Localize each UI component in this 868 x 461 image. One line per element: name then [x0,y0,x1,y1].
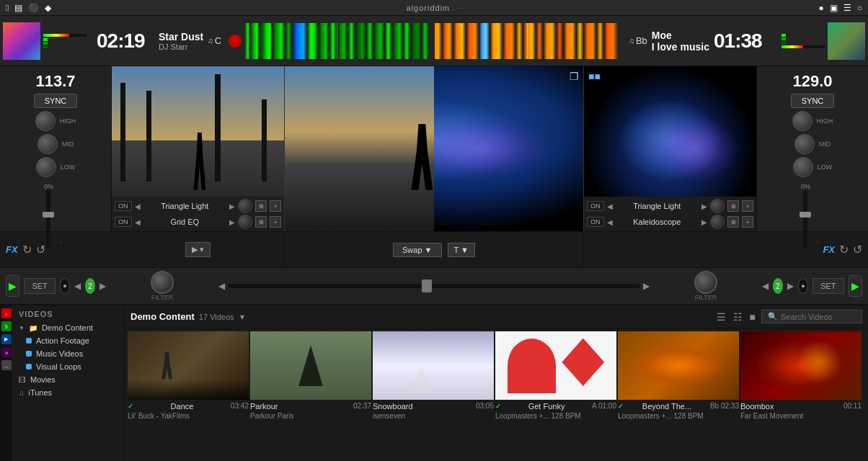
video-thumb-dance[interactable]: ✓ Dance 03:42 Lil' Buck - YakFilms [128,331,249,461]
search-input[interactable] [781,313,860,321]
prev-effect2-right[interactable]: ◀ [607,218,613,226]
cf-right-arrow[interactable]: ▶ [643,281,650,291]
app-icon-loops[interactable]: ⌾ [1,347,12,357]
video-thumb-parkour[interactable]: Parkour 02:37 Parkour Paris [250,331,371,461]
next-effect2-right[interactable]: ▶ [701,218,707,226]
sidebar-item-demo-content[interactable]: ▼ 📁 Demo Content [13,321,124,334]
monitor-icon[interactable]: ▤ [14,3,22,13]
set-btn-left[interactable]: SET [24,278,55,294]
snowboard-meta: Snowboard 03:05 [373,401,494,411]
sync-btn-left[interactable]: SYNC [34,94,77,108]
sidebar-item-action-footage[interactable]: Action Footage [13,334,124,347]
app-icon-more[interactable]: … [1,360,12,370]
view-detail-btn[interactable]: ☷ [732,311,744,323]
record-icon[interactable]: ● [818,3,823,13]
grid-icon-right[interactable]: ■■ [588,71,601,82]
waveform-right[interactable] [435,23,619,59]
crossfader[interactable] [228,284,640,288]
on-btn-effect1-left[interactable]: ON [115,201,132,211]
undo-btn-left[interactable]: ↺ [36,243,45,256]
sidebar-item-visual-loops[interactable]: Visual Loops [13,360,124,373]
next-btn-right[interactable]: ▶ [787,281,794,291]
headphone-icon[interactable]: ⚫ [28,3,39,13]
effect-row1-right: ON ◀ Triangle Light ▶ ⊞ + [587,198,753,214]
prev-btn-left[interactable]: ◀ [74,281,81,291]
video-right[interactable]: ■■ ON ◀ Triangle Light ▶ ⊞ + ON ◀ Kaleid… [583,66,756,231]
effect2-grid-left[interactable]: ⊞ [255,216,267,228]
content-title: Demo Content [130,311,195,322]
view-list-btn[interactable]: ☰ [715,311,727,323]
app-icon-music[interactable]: ♪ [1,308,12,318]
effect1-add-left[interactable]: + [270,200,281,212]
sync-btn-right[interactable]: SYNC [791,94,834,108]
knob-mid-right[interactable] [794,134,815,154]
fader-v-right[interactable] [803,190,807,248]
effect2-add-left[interactable]: + [270,216,281,228]
image-source-btn-left[interactable]: ▶ ▾ [185,242,211,257]
set-btn-right[interactable]: SET [812,278,843,294]
video-thumb-snowboard[interactable]: Snowboard 03:05 isenseven [373,331,494,461]
effect2-add-right[interactable]: + [742,216,753,228]
knob-low-right[interactable] [793,157,813,177]
loop-btn-left[interactable]: ↻ [22,243,32,256]
sidebar-item-music-videos[interactable]: Music Videos [13,347,124,360]
layout-icon[interactable]: ▣ [830,3,838,13]
knob-high-right[interactable] [792,111,812,131]
effect1-knob-right[interactable] [710,199,725,213]
next-effect1-right[interactable]: ▶ [701,202,707,210]
effect1-grid-left[interactable]: ⊞ [255,200,267,212]
video-thumb-funky[interactable]: ✓ Get Funky A 01:00 Loopmasters +... 128… [495,331,616,461]
t-button[interactable]: T ▼ [448,243,475,257]
effect1-knob-left[interactable] [238,199,252,213]
effect1-grid-right[interactable]: ⊞ [727,200,739,212]
prev-effect2-left[interactable]: ◀ [135,218,141,226]
effect1-add-right[interactable]: + [742,200,753,212]
fx-btn-left[interactable]: FX [6,244,18,255]
crossfader-thumb[interactable] [422,279,432,292]
next-effect2-left[interactable]: ▶ [229,218,235,226]
on-btn-effect2-right[interactable]: ON [587,217,604,227]
filter-knob-right[interactable] [694,271,717,294]
cf-left-arrow[interactable]: ◀ [218,281,225,291]
video-left[interactable]: ON ◀ Triangle Light ▶ ⊞ + ON ◀ Grid EQ ▶… [112,66,285,231]
thumb-img-beyond [618,331,739,400]
video-thumb-beyond[interactable]: ✓ Beyond The... Bb 02:33 Loopmasters +..… [618,331,739,461]
prev-btn-right[interactable]: ◀ [762,281,769,291]
undo-btn-right[interactable]: ↺ [853,243,862,256]
effect2-knob-left[interactable] [238,215,252,229]
on-btn-effect2-left[interactable]: ON [115,217,132,227]
mic-icon[interactable]: ◆ [45,3,51,13]
wifi-icon[interactable]: ○ [857,3,862,13]
sidebar-item-movies[interactable]: 🎞 Movies [13,373,124,386]
video-thumb-boombox[interactable]: Boombox 00:11 Far East Movement [740,331,862,461]
effect2-knob-right[interactable] [710,215,725,229]
video-center[interactable]: ❐ [285,66,583,231]
fader-v-left[interactable] [46,190,50,248]
fx-btn-right[interactable]: FX [823,244,835,255]
view-grid-btn[interactable]: ■ [748,311,757,323]
knob-low-left[interactable] [36,157,56,177]
next-effect1-left[interactable]: ▶ [229,202,235,210]
app-icon-video[interactable]: ▶ [1,334,12,344]
effect2-grid-right[interactable]: ⊞ [727,216,739,228]
app-icon-spotify[interactable]: S [1,321,12,331]
next-btn-left[interactable]: ▶ [99,281,106,291]
knob-mid-left[interactable] [37,134,58,154]
apple-icon[interactable]:  [6,3,9,13]
sidebar-item-itunes[interactable]: ♫ iTunes [13,386,124,399]
record-button[interactable] [229,35,242,48]
loop-btn-right[interactable]: ↻ [839,243,849,256]
play-btn-left[interactable]: ▶ [6,275,19,297]
prev-effect1-left[interactable]: ◀ [135,202,141,210]
waveform-left[interactable] [244,23,429,59]
on-btn-effect1-right[interactable]: ON [587,201,604,211]
bars-icon[interactable]: ☰ [843,3,851,13]
boombox-artist: Far East Movement [740,412,862,420]
play-btn-right[interactable]: ▶ [849,275,862,297]
content-dropdown-arrow[interactable]: ▼ [239,313,247,321]
swap-button[interactable]: Swap ▼ [393,243,441,257]
knob-high-left[interactable] [35,111,56,131]
filter-knob-left[interactable] [151,271,174,294]
prev-effect1-right[interactable]: ◀ [607,202,613,210]
fullscreen-icon[interactable]: ❐ [570,71,579,82]
